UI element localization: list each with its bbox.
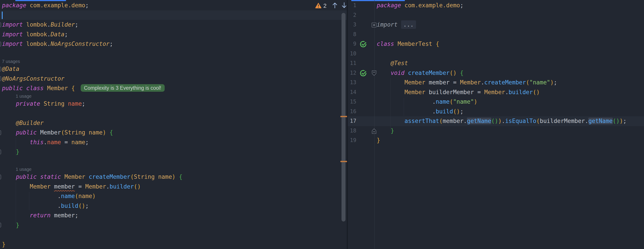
line-number[interactable]: 14 [348, 88, 358, 97]
right-editor-code[interactable]: 1package com.example.demo;23import ...89… [348, 1, 644, 145]
code-line[interactable]: @Data [0, 64, 347, 74]
code-line[interactable]: 19} [348, 136, 644, 145]
code-line[interactable]: } [0, 147, 347, 157]
gutter-edge-icon[interactable] [0, 67, 1, 72]
code-line[interactable]: import lombok.Builder; [0, 20, 347, 30]
line-number[interactable]: 15 [348, 97, 358, 107]
run-gutter[interactable] [358, 68, 368, 78]
fold-collapse-up-icon [372, 128, 377, 134]
code-token: ; [64, 31, 68, 38]
code-token [50, 212, 54, 219]
code-line[interactable]: 12 void createMember() { [348, 68, 644, 78]
code-line[interactable]: package com.example.demo; [0, 1, 347, 10]
code-line[interactable]: @Builder [0, 118, 347, 128]
code-line[interactable]: 8 [348, 30, 644, 40]
code-line[interactable]: 15 .name("name") [348, 97, 644, 107]
code-token: ; [460, 2, 464, 9]
code-token [85, 129, 89, 136]
code-token: void [391, 70, 405, 76]
code-line[interactable] [0, 10, 347, 20]
code-line[interactable] [0, 230, 347, 240]
code-line[interactable]: .build(); [0, 201, 347, 211]
code-line[interactable]: 14 Member builderMember = Member.builder… [348, 88, 644, 97]
gutter-edge-icon[interactable] [0, 174, 1, 180]
next-warning-arrow-icon[interactable] [341, 2, 347, 10]
code-line[interactable]: import lombok.Data; [0, 30, 347, 40]
gutter-edge-icon[interactable] [0, 76, 1, 81]
inlay-text[interactable]: 7 usages [0, 59, 20, 64]
complexity-hint-badge[interactable]: Complexity is 3 Everything is cool! [81, 84, 165, 92]
code-line[interactable]: 2 [348, 10, 644, 20]
error-stripe-warning-mark[interactable] [340, 116, 347, 117]
fold-gutter[interactable] [368, 68, 377, 78]
line-number[interactable]: 1 [348, 1, 358, 10]
code-line[interactable]: 13 Member member = Member.createMember("… [348, 78, 644, 88]
code-line[interactable]: public class Member {Complexity is 3 Eve… [0, 84, 347, 93]
code-token [2, 100, 16, 107]
line-number[interactable]: 12 [348, 68, 358, 78]
code-line[interactable]: Member member = Member.builder() [0, 182, 347, 192]
code-line[interactable]: public static Member createMember(String… [0, 172, 347, 182]
code-token: () [134, 183, 141, 190]
gutter-edge-icon[interactable] [0, 223, 1, 228]
line-number[interactable]: 2 [348, 10, 358, 20]
line-number[interactable]: 13 [348, 78, 358, 88]
line-number[interactable]: 17 [348, 116, 358, 126]
line-number[interactable]: 10 [348, 49, 358, 59]
line-number[interactable]: 8 [348, 30, 358, 40]
code-token: . [47, 21, 51, 28]
code-line[interactable]: 17 assertThat(member.getName()).isEqualT… [348, 116, 644, 126]
code-line[interactable]: 11 @Test [348, 58, 644, 68]
fold-gutter[interactable] [368, 20, 377, 30]
line-number[interactable]: 9 [348, 39, 358, 49]
code-token [377, 128, 391, 134]
code-line[interactable] [0, 157, 347, 166]
inlay-text[interactable]: 1 usage [0, 94, 32, 98]
code-line[interactable]: } [0, 240, 347, 249]
line-number[interactable]: 3 [348, 20, 358, 30]
code-token [85, 174, 89, 180]
line-number[interactable]: 18 [348, 126, 358, 136]
code-line[interactable] [0, 108, 347, 118]
code-line[interactable]: 1package com.example.demo; [348, 1, 644, 10]
line-number[interactable]: 11 [348, 58, 358, 68]
gutter-edge-icon[interactable] [0, 130, 1, 135]
gutter-edge-icon[interactable] [0, 22, 1, 27]
line-number[interactable]: 19 [348, 136, 358, 145]
code-line[interactable]: public Member(String name) { [0, 128, 347, 138]
warning-icon[interactable] [315, 2, 322, 9]
code-line[interactable]: private String name; [0, 99, 347, 109]
code-line[interactable]: import lombok.NoArgsConstructor; [0, 39, 347, 49]
code-token: Member [404, 89, 425, 96]
code-token: class [26, 85, 44, 92]
code-token: builder [110, 183, 134, 190]
code-line[interactable]: .name(name) [0, 192, 347, 201]
code-line[interactable]: return member; [0, 211, 347, 220]
gutter-edge-icon[interactable] [0, 42, 1, 46]
indent-guide [29, 192, 29, 210]
usages-inlay-hint[interactable]: 7 usages [0, 58, 347, 64]
code-line[interactable]: @NoArgsConstructor [0, 74, 347, 84]
inlay-text[interactable]: 1 usage [0, 167, 32, 172]
fold-gutter[interactable] [368, 126, 377, 136]
left-editor-code[interactable]: package com.example.demo;import lombok.B… [0, 1, 347, 249]
gutter-edge-icon[interactable] [0, 150, 1, 154]
error-stripe-warning-mark[interactable] [340, 161, 347, 162]
code-line[interactable] [0, 49, 347, 59]
code-line[interactable]: 10 [348, 49, 644, 59]
code-token: . [377, 98, 436, 105]
code-line[interactable]: 18 } [348, 126, 644, 136]
usages-inlay-hint[interactable]: 1 usage [0, 166, 347, 172]
run-gutter[interactable] [358, 39, 368, 49]
code-line[interactable]: 3import ... [348, 20, 644, 30]
code-line[interactable]: this.name = name; [0, 138, 347, 147]
code-line[interactable]: 9class MemberTest { [348, 39, 644, 49]
previous-warning-arrow-icon[interactable] [332, 2, 338, 10]
usages-inlay-hint[interactable]: 1 usage [0, 93, 347, 99]
left-scrollbar-thumb[interactable] [342, 13, 346, 222]
line-number[interactable]: 16 [348, 107, 358, 116]
code-token: name [68, 100, 82, 107]
code-line[interactable]: 16 .build(); [348, 107, 644, 116]
code-token: member = [425, 79, 460, 86]
code-line[interactable]: } [0, 220, 347, 230]
